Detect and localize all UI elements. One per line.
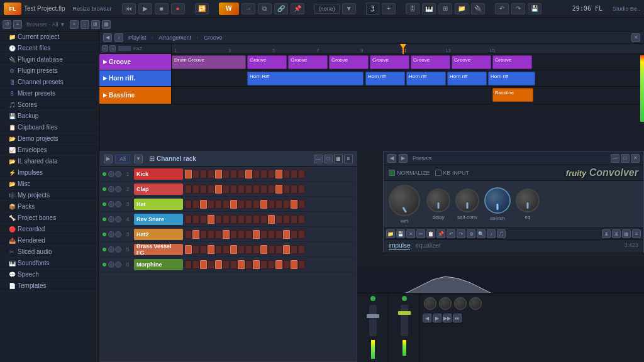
pad-1-1[interactable] <box>192 185 199 194</box>
zoom-in[interactable]: + <box>70 20 79 29</box>
pad-6-12[interactable] <box>275 260 282 269</box>
sidebar-item-packs[interactable]: 📦Packs <box>0 201 99 212</box>
conv-tool-2[interactable]: 💾 <box>396 229 405 238</box>
ms1-fader-thumb[interactable] <box>367 314 379 318</box>
second-btn-2[interactable]: ≡ <box>13 20 22 29</box>
pad-3-12[interactable] <box>275 215 282 224</box>
sidebar-item-recorded[interactable]: 🔴Recorded <box>0 224 99 235</box>
ch-mute-1[interactable] <box>115 186 121 192</box>
prev-button[interactable]: ⏮ <box>122 3 136 14</box>
track-horn-label[interactable]: ▶ Horn riff. <box>99 70 172 86</box>
nav-close[interactable]: ✕ <box>631 33 640 42</box>
sidebar-item-recent-files[interactable]: 🕐Recent files <box>0 43 99 54</box>
ch-solo-6[interactable] <box>108 261 114 268</box>
conv-close[interactable]: ✕ <box>631 154 640 163</box>
conv-prev[interactable]: ◀ <box>387 154 396 163</box>
tab-impulse[interactable]: impulse <box>389 242 410 250</box>
sidebar-item-demo-projects[interactable]: 📂Demo projects <box>0 133 99 145</box>
pad-2-11[interactable] <box>268 200 275 209</box>
sidebar-item-plugin-database[interactable]: 🔌Plugin database <box>0 54 99 65</box>
sidebar-item-misc[interactable]: 📂Misc <box>0 178 99 190</box>
pad-4-6[interactable] <box>230 230 237 239</box>
pad-0-10[interactable] <box>260 170 267 178</box>
pad-1-13[interactable] <box>283 185 290 194</box>
pad-5-8[interactable] <box>245 245 252 254</box>
cr-filter-select[interactable]: All <box>115 155 130 163</box>
tab-equalizer[interactable]: equalizer <box>415 242 441 250</box>
record-button[interactable]: ● <box>171 3 185 14</box>
pad-0-8[interactable] <box>245 170 252 178</box>
pad-1-10[interactable] <box>260 185 267 194</box>
link-btn[interactable]: 🔗 <box>274 3 288 14</box>
pad-4-9[interactable] <box>253 230 260 239</box>
pad-6-0[interactable] <box>185 260 192 269</box>
pad-5-1[interactable] <box>192 245 199 254</box>
preset-arrow[interactable]: ▼ <box>342 3 356 14</box>
clip-groove-4[interactable]: Groove <box>370 55 409 69</box>
pad-2-10[interactable] <box>260 200 267 209</box>
conv-min[interactable]: — <box>611 154 619 163</box>
ruler-scroll[interactable] <box>118 46 131 51</box>
pad-0-11[interactable] <box>268 170 275 178</box>
pad-3-15[interactable] <box>298 215 305 224</box>
conv-tool-9[interactable]: ⚙ <box>467 229 475 238</box>
conv-tool-r2[interactable]: ⊞ <box>612 229 621 238</box>
pad-3-14[interactable] <box>291 215 297 224</box>
ch-mute-3[interactable] <box>115 216 121 222</box>
pad-4-4[interactable] <box>215 230 222 239</box>
clip-groove-5[interactable]: Groove <box>411 55 450 69</box>
pad-5-3[interactable] <box>208 245 214 254</box>
pad-0-14[interactable] <box>291 170 297 178</box>
playlist-link[interactable]: Playlist <box>126 34 149 41</box>
sidebar-item-speech[interactable]: 💬Speech <box>0 269 99 280</box>
piano-btn[interactable]: 🎹 <box>422 3 436 14</box>
pad-1-6[interactable] <box>230 185 237 194</box>
clip-groove-2[interactable]: Groove <box>288 55 328 69</box>
sidebar-item-channel-presets[interactable]: 🎛Channel presets <box>0 77 99 88</box>
pad-3-4[interactable] <box>215 215 222 224</box>
pad-5-12[interactable] <box>275 245 282 254</box>
undo-btn[interactable]: ↶ <box>495 3 509 14</box>
conv-tool-r3[interactable]: ▦ <box>622 229 631 238</box>
pad-6-2[interactable] <box>200 260 207 269</box>
pad-4-8[interactable] <box>245 230 252 239</box>
conv-next[interactable]: ▶ <box>399 154 408 163</box>
pad-2-9[interactable] <box>253 200 260 209</box>
stop-button[interactable]: ■ <box>155 3 169 14</box>
pad-2-1[interactable] <box>192 200 199 209</box>
clip-horn-4[interactable]: Horn riff <box>488 72 535 85</box>
pad-3-8[interactable] <box>245 215 252 224</box>
channel-btn[interactable]: ⊞ <box>438 3 452 14</box>
conv-tool-8[interactable]: ↷ <box>457 229 465 238</box>
pad-6-10[interactable] <box>260 260 267 269</box>
conv-tool-6[interactable]: 📌 <box>436 229 445 238</box>
loop-button[interactable]: 🔁 <box>195 3 209 14</box>
pad-1-3[interactable] <box>208 185 214 194</box>
pad-4-3[interactable] <box>208 230 214 239</box>
pad-4-14[interactable] <box>291 230 297 239</box>
clip-horn-riff[interactable]: Horn Riff <box>247 72 364 85</box>
mix-knob-3[interactable] <box>454 297 467 310</box>
pad-2-0[interactable] <box>185 200 192 209</box>
pad-6-13[interactable] <box>283 260 290 269</box>
pad-0-13[interactable] <box>283 170 290 178</box>
ch-solo-5[interactable] <box>108 246 114 253</box>
kb-input-option[interactable]: KB INPUT <box>435 170 470 176</box>
pad-2-5[interactable] <box>223 200 230 209</box>
track-groove-label[interactable]: ▶ Groove <box>99 54 172 70</box>
pad-4-12[interactable] <box>275 230 282 239</box>
pad-4-2[interactable] <box>200 230 207 239</box>
pad-1-14[interactable] <box>291 185 297 194</box>
ch-mute-4[interactable] <box>115 231 121 238</box>
cr-filter-arrow[interactable]: ▼ <box>134 155 143 163</box>
mix-knob-4[interactable] <box>469 297 482 310</box>
pad-3-13[interactable] <box>283 215 290 224</box>
conv-tool-7[interactable]: ↶ <box>447 229 455 238</box>
normalize-checkbox[interactable] <box>389 170 395 176</box>
pad-5-9[interactable] <box>253 245 260 254</box>
cr-collapse[interactable]: — <box>314 155 323 163</box>
pad-1-4[interactable] <box>215 185 222 194</box>
second-btn-1[interactable]: ↺ <box>3 20 11 29</box>
pad-2-2[interactable] <box>200 200 207 209</box>
ms2-fader-thumb[interactable] <box>398 311 411 315</box>
